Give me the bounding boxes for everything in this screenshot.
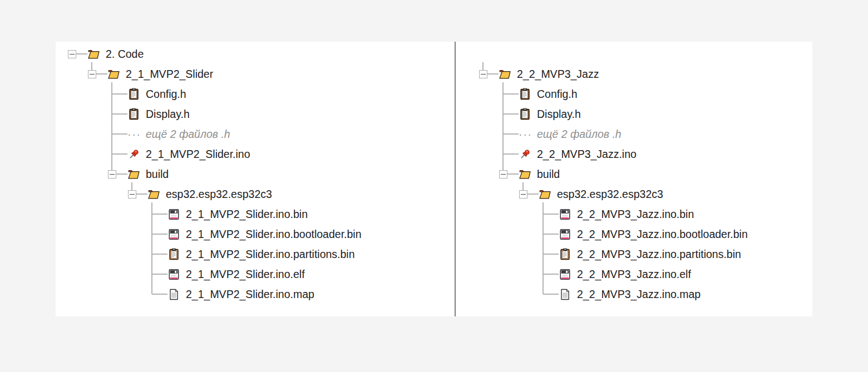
minus-glyph bbox=[501, 174, 506, 175]
tree-node-label: 2_2_MVP3_Jazz.ino.partitions.bin bbox=[577, 244, 741, 264]
tree-node-label: 2_2_MVP3_Jazz.ino.bootloader.bin bbox=[577, 224, 748, 244]
document-icon bbox=[559, 288, 571, 301]
tree-node-label: Display.h bbox=[537, 104, 581, 124]
tree-connector-line bbox=[487, 73, 499, 75]
collapse-expander-icon[interactable] bbox=[519, 190, 527, 199]
minus-glyph bbox=[481, 74, 486, 75]
tree-connector-line bbox=[543, 274, 559, 275]
tree-node-label: ещё 2 файлов .h bbox=[537, 124, 622, 144]
tree-node[interactable]: 2_2_MVP3_Jazz.ino.partitions.bin bbox=[543, 244, 741, 264]
tree-node[interactable]: build bbox=[499, 164, 560, 184]
folder-open-icon bbox=[499, 68, 511, 81]
floppy-disk-icon bbox=[559, 208, 571, 221]
tree-node[interactable]: 2_2_MVP3_Jazz.ino.bootloader.bin bbox=[543, 224, 748, 244]
tree-connector-line bbox=[507, 173, 519, 175]
tree-node[interactable]: 2_2_MVP3_Jazz.ino bbox=[503, 144, 637, 164]
tree-node[interactable]: 2_2_MVP3_Jazz.ino.map bbox=[543, 284, 701, 304]
clipboard-icon bbox=[519, 88, 531, 101]
tree-node-label: 2_2_MVP3_Jazz.ino.bin bbox=[577, 204, 694, 224]
screenshot-stage: 2. Code 2_1_MVP2_Slider Config.h Display… bbox=[0, 0, 868, 372]
tree-connector-line bbox=[503, 153, 519, 155]
collapse-expander-icon[interactable] bbox=[499, 170, 507, 178]
clipboard-icon bbox=[519, 108, 531, 121]
tree-connector-line bbox=[503, 93, 519, 95]
tree-connector-line bbox=[503, 113, 519, 115]
tree-node[interactable]: 2_2_MVP3_Jazz.ino.bin bbox=[543, 204, 694, 224]
tree-node-label: 2_2_MVP3_Jazz.ino.elf bbox=[577, 264, 691, 284]
tree-connector-line bbox=[543, 254, 559, 255]
minus-glyph bbox=[521, 194, 526, 195]
tree-node-label: build bbox=[537, 164, 560, 184]
tree-node-label: 2_2_MVP3_Jazz.ino.map bbox=[577, 284, 701, 304]
clipboard-tan-icon bbox=[559, 248, 571, 261]
pushpin-icon bbox=[519, 148, 531, 161]
tree-node-label: 2_2_MVP3_Jazz.ino bbox=[537, 144, 637, 164]
tree-node[interactable]: 2_2_MVP3_Jazz.ino.elf bbox=[543, 264, 691, 284]
tree-connector-line bbox=[543, 214, 559, 215]
tree-node[interactable]: Display.h bbox=[503, 104, 581, 124]
folder-open-icon bbox=[539, 188, 551, 201]
tree-connector-line bbox=[543, 234, 559, 235]
file-tree-right: 2_2_MVP3_Jazz Config.h Display.h···ещё 2… bbox=[0, 0, 868, 372]
folder-open-icon bbox=[519, 168, 531, 181]
collapse-expander-icon[interactable] bbox=[479, 70, 487, 78]
tree-node-label: 2_2_MVP3_Jazz bbox=[517, 64, 599, 84]
floppy-disk-icon bbox=[559, 228, 571, 241]
tree-connector-line bbox=[503, 133, 519, 135]
tree-node-label: esp32.esp32.esp32c3 bbox=[557, 184, 663, 204]
tree-node[interactable]: ···ещё 2 файлов .h bbox=[503, 124, 622, 144]
tree-connector-line bbox=[543, 294, 559, 295]
tree-node[interactable]: 2_2_MVP3_Jazz bbox=[479, 64, 599, 84]
tree-node[interactable]: Config.h bbox=[503, 84, 578, 104]
tree-connector-line bbox=[527, 194, 539, 195]
tree-node-label: Config.h bbox=[537, 84, 578, 104]
ellipsis-icon: ··· bbox=[519, 128, 531, 141]
floppy-disk-icon bbox=[559, 268, 571, 281]
tree-node[interactable]: esp32.esp32.esp32c3 bbox=[519, 184, 663, 204]
